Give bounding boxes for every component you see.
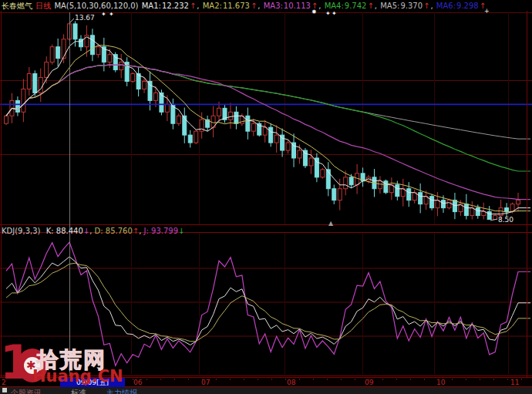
high-price-annotation: 13.67	[75, 14, 95, 22]
axis-tick	[480, 379, 480, 380]
low-price-annotation: 8.50	[498, 216, 513, 224]
ma2-value: 11.673	[223, 2, 250, 10]
bottom-taskbar[interactable]: 个股资讯 标准 主力情报	[0, 387, 532, 394]
panel-divider-arrow-icon[interactable]: ▲	[328, 220, 333, 227]
axis-tick	[271, 379, 272, 380]
separator: ,	[258, 2, 260, 10]
ma3-label: MA3:	[264, 2, 283, 10]
ma1-arrow: ↑	[190, 2, 196, 10]
ma5-label: MA5:	[380, 2, 399, 10]
kdj-k-arrow: ↓	[83, 227, 89, 235]
cursor-mark: ✦	[325, 10, 331, 17]
kdj-indicator-chart[interactable]	[0, 228, 532, 376]
ma6-value: 9.298	[456, 2, 479, 10]
kdj-j-arrow: ↓	[178, 227, 184, 235]
axis-tick	[160, 379, 161, 380]
axis-tick	[521, 379, 522, 380]
date-axis[interactable]: 2 09/09[五] 060708091011	[0, 377, 532, 387]
month-label-11: 11	[510, 379, 519, 386]
symbol-name[interactable]: 长春燃气	[2, 2, 32, 10]
ma2-arrow: ↑	[251, 2, 257, 10]
axis-tick	[438, 379, 439, 380]
axis-tick	[230, 379, 231, 380]
ma4-value: 9.742	[345, 2, 367, 10]
crosshair-vline[interactable]	[69, 12, 70, 376]
axis-tick	[466, 379, 466, 380]
axis-tick	[188, 379, 189, 380]
kdj-d-value: 85.760	[106, 227, 133, 235]
cursor-mark: ✦	[332, 10, 337, 17]
axis-tick	[299, 379, 300, 380]
axis-tick	[355, 379, 355, 380]
ma4-arrow: ↑	[367, 2, 373, 10]
cursor-date-box: 09/09[五]	[60, 378, 125, 387]
kdj-d-arrow: ↑	[133, 227, 139, 235]
axis-tick	[452, 379, 453, 380]
ma5-arrow: ↑	[423, 2, 429, 10]
axis-tick	[396, 379, 397, 380]
ma2-label: MA2:	[203, 2, 222, 10]
axis-tick	[285, 379, 286, 380]
separator: ,	[318, 2, 321, 10]
period-label[interactable]: 日线	[35, 2, 51, 10]
axis-tick	[369, 379, 369, 380]
candlestick-chart[interactable]	[0, 0, 532, 225]
axis-tick	[216, 379, 217, 380]
taskbar-item-standard[interactable]: 标准	[71, 387, 86, 394]
kdj-j-value: 93.799	[151, 227, 178, 235]
axis-tick	[341, 379, 342, 380]
taskbar-item-main-force[interactable]: 主力情报	[106, 387, 137, 394]
cursor-mark: ✹	[311, 8, 317, 15]
kdj-d-label: D:	[95, 227, 103, 235]
axis-tick	[313, 379, 314, 380]
ma-params: MA(5,10,30,60,120,0)	[54, 2, 138, 10]
app-screen: 长春燃气 日线 MA(5,10,30,60,120,0) MA1:12.232↑…	[0, 0, 532, 394]
kdj-k-value: 88.440	[56, 227, 83, 235]
kdj-title: KDJ(9,3,3)	[2, 227, 40, 235]
left-border	[1, 11, 2, 387]
ma6-label: MA6:	[436, 2, 456, 10]
axis-tick	[146, 379, 147, 380]
kdj-header: KDJ(9,3,3) K: 88.440↓, D: 85.760↑, J: 93…	[2, 227, 184, 235]
axis-tick	[493, 379, 494, 380]
cursor-mark: ✦	[109, 11, 114, 18]
axis-tick	[410, 379, 411, 380]
axis-tick	[507, 379, 508, 380]
ma1-label: MA1:	[142, 2, 161, 10]
axis-year-label: 2	[2, 379, 6, 386]
axis-tick	[258, 379, 258, 380]
kdj-k-label: K:	[46, 227, 54, 235]
axis-tick	[133, 379, 133, 380]
month-label-08: 08	[287, 379, 295, 386]
separator: ,	[89, 227, 92, 235]
axis-tick	[202, 379, 203, 380]
month-label-06: 06	[133, 379, 142, 386]
ma4-label: MA4:	[325, 2, 344, 10]
chart-header: 长春燃气 日线 MA(5,10,30,60,120,0) MA1:12.232↑…	[2, 1, 487, 12]
right-border	[527, 11, 527, 387]
cursor-mark: +	[484, 8, 490, 15]
axis-tick	[244, 379, 244, 380]
ma5-value: 9.370	[400, 2, 423, 10]
axis-tick	[382, 379, 383, 380]
cursor-mark: ✦	[101, 11, 106, 18]
separator: ,	[197, 2, 199, 10]
ma1-value: 12.232	[162, 2, 189, 10]
taskbar-app-icon[interactable]	[2, 388, 7, 392]
kdj-j-label: J:	[144, 227, 149, 235]
axis-tick	[174, 379, 175, 380]
ma3-value: 10.113	[284, 2, 311, 10]
taskbar-item-news[interactable]: 个股资讯	[11, 387, 42, 394]
separator: ,	[375, 2, 377, 10]
axis-tick	[327, 379, 328, 380]
axis-tick	[424, 379, 425, 380]
separator: ,	[430, 2, 433, 10]
separator: ,	[139, 227, 141, 235]
